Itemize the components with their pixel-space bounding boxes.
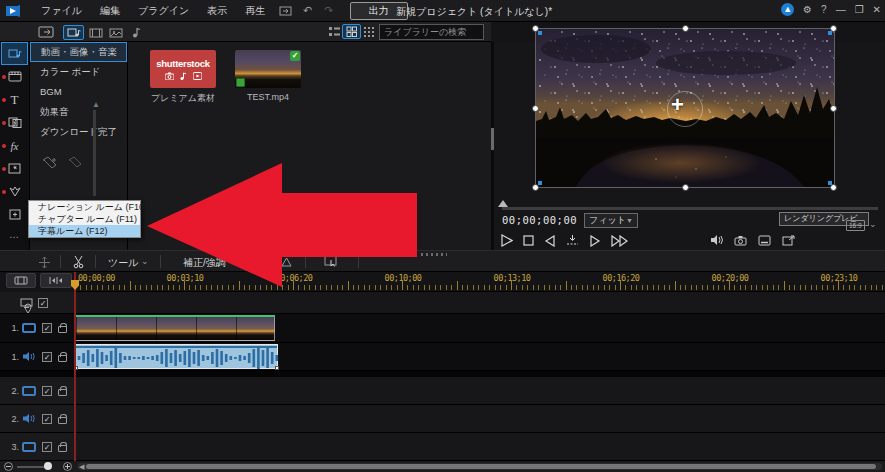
track-lock-icon[interactable] [58, 389, 67, 396]
step-record-button[interactable] [566, 234, 579, 247]
tools-chevron-icon[interactable]: ⌄ [141, 256, 149, 266]
room-transition[interactable] [0, 111, 29, 134]
aspect-chevron-icon[interactable]: ⌄ [869, 219, 877, 229]
tab-video[interactable] [86, 25, 105, 40]
video-lane-3[interactable] [75, 433, 885, 461]
audio-clip-test-mp4[interactable] [75, 344, 278, 369]
room-particle[interactable] [0, 180, 29, 203]
zoom-in-icon[interactable] [63, 462, 72, 471]
detach-window-icon[interactable] [782, 235, 795, 246]
undo-icon[interactable]: ↶ [303, 4, 312, 17]
keyframe-icon[interactable] [281, 257, 292, 267]
audio-lane-2[interactable] [75, 405, 885, 433]
clip-handle[interactable] [275, 366, 279, 370]
seek-marker[interactable] [498, 200, 508, 207]
track-header-video-3[interactable]: 3. ✓ [0, 433, 75, 461]
zoom-slider-handle[interactable] [44, 462, 52, 470]
room-pip-overlay[interactable] [0, 157, 29, 180]
zoom-out-icon[interactable] [4, 462, 13, 471]
zoom-mode-dropdown[interactable]: フィット▼ [584, 213, 638, 228]
menu-item-narration-room[interactable]: ナレーション ルーム (F10) [29, 201, 140, 213]
track-manager-button[interactable] [40, 273, 72, 288]
track-enable-checkbox[interactable]: ✓ [42, 323, 52, 333]
test-mp4-item[interactable]: ✓ [235, 50, 301, 88]
scroll-up-icon[interactable]: ▲ [92, 100, 100, 109]
rooms-more-button[interactable]: … [0, 226, 29, 242]
resize-handle-s[interactable] [682, 184, 689, 191]
resize-handle-n[interactable] [682, 25, 689, 32]
track-lock-icon[interactable] [58, 445, 67, 452]
track-header-audio-2[interactable]: 2. ✓ [0, 405, 75, 433]
category-video-photo-music[interactable]: 動画・画像・音楽 [30, 42, 127, 62]
track-lock-icon[interactable] [58, 326, 67, 333]
previous-frame-button[interactable] [544, 235, 556, 247]
timeline-scrollbar[interactable]: ◀ [78, 463, 882, 470]
align-tool-icon[interactable] [38, 256, 51, 269]
settings-gear-icon[interactable]: ⚙ [803, 4, 812, 15]
marker-track-checkbox[interactable]: ✓ [38, 298, 48, 308]
room-slideshow[interactable] [0, 65, 29, 88]
preview-seekbar[interactable] [502, 207, 878, 210]
fix-enhance-button[interactable]: 補正/強調 [183, 256, 226, 270]
timeline-view-button[interactable] [6, 273, 36, 288]
tab-music[interactable] [127, 25, 146, 40]
track-enable-checkbox[interactable]: ✓ [42, 386, 52, 396]
help-icon[interactable]: ? [821, 4, 827, 15]
track-enable-checkbox[interactable]: ✓ [42, 352, 52, 362]
snapshot-camera-icon[interactable] [734, 235, 747, 246]
track-header-video-1[interactable]: 1. ✓ [0, 314, 75, 343]
crop-corner-ne[interactable] [828, 31, 832, 35]
room-media[interactable] [1, 42, 28, 65]
restore-icon[interactable]: ❐ [855, 4, 864, 15]
tab-photo[interactable] [106, 25, 125, 40]
category-scrollbar[interactable] [93, 110, 96, 196]
crop-corner-sw[interactable] [538, 181, 542, 185]
grid-view-icon[interactable] [342, 24, 361, 39]
crop-corner-se[interactable] [828, 181, 832, 185]
track-enable-checkbox[interactable]: ✓ [42, 442, 52, 452]
preview-timecode[interactable]: 00;00;00;00 [502, 214, 577, 226]
timeline-ruler[interactable]: 00;00;00 00;03;10 00;06;20 00;10;00 00;1… [75, 272, 885, 292]
track-header-video-2[interactable]: 2. ✓ [0, 377, 75, 405]
play-button[interactable] [500, 234, 513, 247]
compact-view-icon[interactable] [364, 27, 375, 37]
resize-handle-w[interactable] [532, 105, 539, 112]
tools-dropdown[interactable]: ツール [108, 256, 138, 270]
tab-media-content[interactable] [63, 25, 84, 40]
resize-handle-sw[interactable] [532, 184, 539, 191]
track-header-audio-1[interactable]: 1. ✓ [0, 343, 75, 371]
preview-video[interactable]: + [535, 28, 835, 188]
select-clip-icon[interactable] [324, 255, 338, 268]
playhead[interactable] [74, 272, 76, 461]
add-tag-icon[interactable] [42, 156, 58, 169]
resize-handle-e[interactable] [830, 105, 837, 112]
import-media-icon[interactable] [36, 24, 58, 40]
close-icon[interactable]: ✕ [873, 4, 881, 15]
scroll-left-icon[interactable]: ◀ [79, 463, 84, 470]
move-crosshair[interactable]: + [671, 92, 684, 118]
aspect-ratio-badge[interactable]: 16:9 [846, 220, 865, 231]
crop-corner-nw[interactable] [538, 31, 542, 35]
notification-icon[interactable]: ▲ [781, 3, 794, 16]
premium-media-item[interactable]: shutterstock [150, 50, 216, 88]
menu-edit[interactable]: 編集 [100, 4, 120, 18]
menu-item-chapter-room[interactable]: チャプター ルーム (F11) [29, 213, 140, 225]
room-collage[interactable] [0, 203, 29, 226]
marker-pin-icon[interactable] [24, 303, 32, 314]
tag-icon[interactable] [68, 156, 82, 169]
video-lane-1[interactable] [75, 314, 885, 343]
capture-icon[interactable] [279, 5, 292, 16]
menu-plugin[interactable]: プラグイン [138, 4, 189, 18]
scrollbar-thumb[interactable] [86, 464, 876, 469]
minimize-icon[interactable]: — [836, 4, 846, 15]
video-lane-2[interactable] [75, 377, 885, 405]
search-input[interactable] [380, 27, 505, 37]
track-enable-checkbox[interactable]: ✓ [42, 414, 52, 424]
menu-file[interactable]: ファイル [41, 4, 82, 18]
menu-play[interactable]: 再生 [245, 4, 265, 18]
track-lock-icon[interactable] [58, 417, 67, 424]
stop-button[interactable] [523, 235, 534, 246]
menu-view[interactable]: 表示 [207, 4, 227, 18]
marker-lane[interactable] [75, 292, 885, 314]
next-frame-button[interactable] [589, 235, 601, 247]
